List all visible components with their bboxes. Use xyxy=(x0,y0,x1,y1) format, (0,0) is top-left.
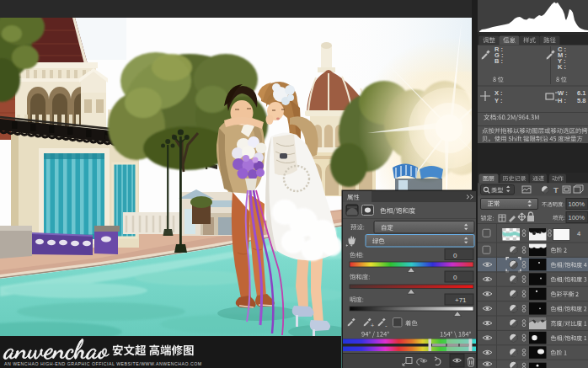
svg-text:100%: 100% xyxy=(569,200,585,208)
svg-text:H :: H : xyxy=(558,97,566,104)
svg-text:4: 4 xyxy=(577,230,580,237)
svg-text:+: + xyxy=(371,323,374,328)
svg-text:100%: 100% xyxy=(569,214,585,221)
svg-text:0: 0 xyxy=(453,274,457,281)
svg-text:B :: B : xyxy=(494,57,503,65)
svg-text:AN WENCHAO HIGH-END GRAPHIC OF: AN WENCHAO HIGH-END GRAPHIC OFFICIAL WEB… xyxy=(4,361,202,366)
svg-text:0: 0 xyxy=(453,252,457,259)
svg-text:Y :: Y : xyxy=(494,97,502,104)
svg-text:W :: W : xyxy=(558,89,568,97)
svg-text:-: - xyxy=(385,322,388,329)
svg-text:+71: +71 xyxy=(455,296,467,304)
svg-text:X :: X : xyxy=(494,89,503,97)
svg-text:K :: K : xyxy=(558,63,566,71)
svg-text:5.8: 5.8 xyxy=(577,97,585,104)
svg-text:T: T xyxy=(553,185,559,195)
svg-text:6.1: 6.1 xyxy=(577,89,585,97)
